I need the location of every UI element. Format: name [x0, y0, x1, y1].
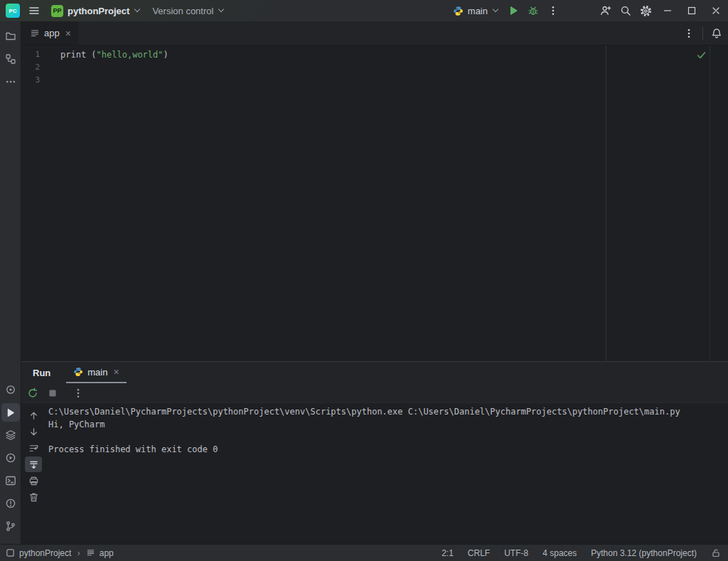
rerun-icon	[27, 388, 38, 399]
stop-button[interactable]	[44, 385, 61, 402]
read-only-toggle[interactable]	[711, 548, 721, 558]
play-circle-icon	[5, 452, 16, 464]
more-horizontal-icon	[5, 76, 16, 87]
hamburger-icon	[28, 5, 40, 16]
tab-bar-right-actions	[679, 21, 728, 45]
project-tool-window-button[interactable]	[1, 27, 20, 46]
python-packages-tool-window-button[interactable]	[1, 380, 20, 399]
inspections-widget[interactable]	[694, 48, 708, 62]
bell-icon	[711, 28, 722, 39]
breadcrumb-file[interactable]: app	[100, 548, 114, 558]
vcs-widget[interactable]: Version control	[146, 1, 229, 20]
minimize-icon	[663, 6, 673, 16]
bug-icon	[528, 5, 539, 16]
tab-close-icon[interactable]: ×	[113, 367, 119, 377]
structure-tool-window-button[interactable]	[1, 50, 20, 68]
services-tool-window-button[interactable]	[1, 426, 20, 444]
right-margin-guide	[606, 46, 606, 361]
search-everywhere-button[interactable]	[616, 1, 636, 20]
layers-icon	[5, 429, 16, 441]
up-stack-trace-button[interactable]	[25, 407, 42, 423]
pycharm-logo-icon: PC	[6, 4, 20, 18]
code-line-1: print ("hello,world")	[60, 48, 728, 61]
scroll-to-end-icon	[28, 459, 39, 470]
maximize-icon	[687, 6, 697, 16]
code-editor[interactable]: 1 2 3 print ("hello,world")	[21, 46, 728, 361]
editor-gutter[interactable]: 1 2 3	[21, 46, 54, 361]
minimize-button[interactable]	[655, 0, 680, 21]
search-icon	[620, 5, 631, 16]
run-tab-main[interactable]: main ×	[66, 362, 126, 383]
encoding-widget[interactable]: UTF-8	[504, 548, 528, 558]
python-console-tool-window-button[interactable]	[1, 449, 20, 467]
code-with-me-button[interactable]	[596, 1, 616, 20]
divider	[702, 27, 703, 40]
soft-wrap-button[interactable]	[25, 440, 42, 456]
notifications-button[interactable]	[707, 24, 727, 43]
chevron-down-icon	[134, 6, 140, 12]
run-toolbar	[21, 383, 728, 403]
status-bar-widgets: 2:1 CRLF UTF-8 4 spaces Python 3.12 (pyt…	[441, 548, 721, 558]
editor-tab-label: app	[44, 28, 60, 38]
rerun-button[interactable]	[24, 385, 41, 402]
run-tool-window: Run main ×	[21, 361, 728, 544]
cursor-position-widget[interactable]: 2:1	[441, 548, 454, 558]
code-plain: print (	[60, 50, 97, 60]
chevron-down-icon	[493, 6, 498, 12]
tab-close-icon[interactable]: ×	[65, 28, 71, 38]
indent-widget[interactable]: 4 spaces	[542, 548, 577, 558]
git-branch-icon	[5, 520, 16, 532]
folder-icon	[5, 31, 16, 42]
project-badge: PP	[51, 5, 63, 17]
run-config-name: main	[468, 6, 488, 16]
python-icon	[453, 6, 464, 16]
maximize-button[interactable]	[680, 0, 704, 21]
line-separator-widget[interactable]: CRLF	[468, 548, 490, 558]
more-run-actions-button[interactable]	[543, 1, 563, 20]
line-number: 2	[21, 61, 40, 74]
scroll-to-end-button[interactable]	[25, 456, 42, 472]
clear-console-button[interactable]	[25, 489, 42, 505]
run-tool-window-button[interactable]	[1, 403, 20, 422]
project-name: pythonProject	[68, 6, 129, 16]
gear-icon	[640, 5, 652, 17]
terminal-icon	[5, 475, 16, 486]
tool-window-stripe	[0, 21, 21, 544]
main-menu-button[interactable]	[24, 1, 44, 20]
breadcrumb-project[interactable]: pythonProject	[19, 548, 71, 558]
interpreter-widget[interactable]: Python 3.12 (pythonProject)	[591, 548, 697, 558]
editor-options-button[interactable]	[679, 24, 699, 43]
code-string: "hello,world"	[97, 50, 164, 60]
problems-tool-window-button[interactable]	[1, 494, 20, 513]
terminal-tool-window-button[interactable]	[1, 471, 20, 490]
chevron-right-icon: ›	[75, 547, 81, 558]
run-tool-window-header: Run main ×	[21, 362, 728, 383]
project-widget[interactable]: PP pythonProject	[46, 1, 145, 20]
chevron-down-icon	[218, 6, 224, 12]
debug-button[interactable]	[523, 1, 543, 20]
run-console-output[interactable]: C:\Users\Daniel\PycharmProjects\pythonPr…	[46, 403, 728, 544]
arrow-down-icon	[28, 427, 39, 437]
more-tool-windows-button[interactable]	[1, 73, 20, 91]
down-stack-trace-button[interactable]	[25, 424, 42, 439]
app-logo-button[interactable]: PC	[3, 1, 23, 20]
run-button[interactable]	[503, 1, 523, 20]
version-control-tool-window-button[interactable]	[1, 517, 20, 535]
editor-tab-app[interactable]: app ×	[21, 21, 78, 45]
editor-and-run-area: app × 1 2 3	[21, 21, 728, 544]
code-area[interactable]: print ("hello,world")	[54, 46, 728, 361]
console-line	[48, 431, 728, 444]
print-button[interactable]	[25, 473, 42, 488]
line-number: 1	[21, 48, 40, 61]
run-tool-window-title[interactable]: Run	[33, 368, 50, 378]
run-configuration-widget[interactable]: main	[447, 1, 503, 20]
close-button[interactable]	[704, 0, 728, 21]
line-number: 3	[21, 74, 40, 87]
settings-button[interactable]	[636, 1, 655, 20]
run-tab-label: main	[87, 367, 107, 378]
vcs-label: Version control	[152, 6, 213, 16]
run-more-options-button[interactable]	[70, 385, 87, 402]
play-icon	[5, 407, 16, 418]
toolbar-left-group: PC PP pythonProject Version control	[3, 1, 229, 20]
main-body: app × 1 2 3	[0, 21, 728, 544]
